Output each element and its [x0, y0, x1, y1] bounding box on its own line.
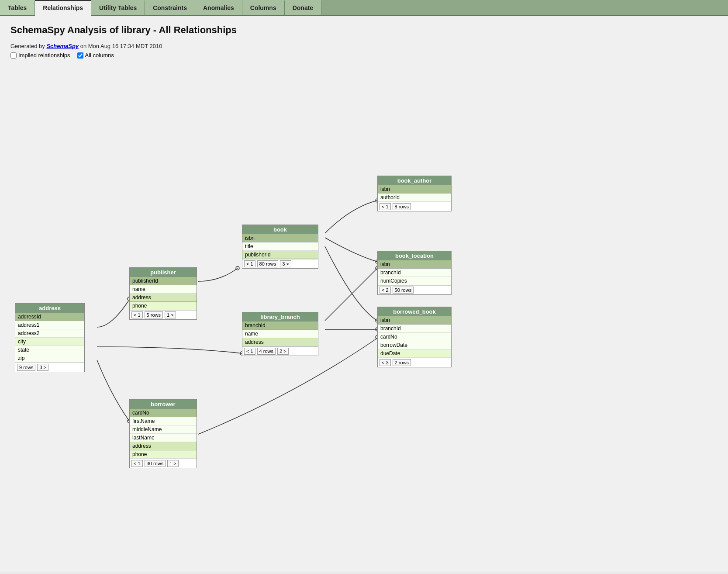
col-pub-address: address: [130, 294, 197, 302]
col-firstName: firstName: [130, 417, 197, 425]
tab-relationships[interactable]: Relationships: [35, 0, 91, 16]
table-book-header: book: [242, 225, 318, 234]
svg-point-3: [236, 266, 239, 270]
table-borrower[interactable]: borrower cardNo firstName middleName las…: [129, 399, 197, 468]
col-cardNo: cardNo: [130, 409, 197, 417]
col-ba-isbn: isbn: [378, 185, 451, 194]
table-borrowed-book[interactable]: borrowed_book isbn branchId cardNo borro…: [377, 307, 452, 367]
col-city: city: [15, 338, 84, 346]
table-library-branch[interactable]: library_branch branchId name address < 1…: [242, 312, 318, 356]
tab-bar: Tables Relationships Utility Tables Cons…: [0, 0, 728, 16]
col-address1: address1: [15, 321, 84, 329]
tab-anomalies[interactable]: Anomalies: [195, 0, 242, 15]
col-authorId: authorId: [378, 194, 451, 202]
table-borrower-footer: < 130 rows1 >: [130, 459, 197, 468]
implied-relationships-label[interactable]: Implied relationships: [10, 52, 70, 59]
col-zip: zip: [15, 354, 84, 363]
table-publisher-header: publisher: [130, 268, 197, 277]
page-title: SchemaSpy Analysis of library - All Rela…: [10, 24, 718, 36]
table-library-branch-footer: < 14 rows2 >: [242, 346, 318, 356]
table-address-footer: 9 rows3 >: [15, 363, 84, 372]
col-branchId: branchId: [242, 322, 318, 330]
col-book-publisherId: publisherId: [242, 251, 318, 259]
diagram-area: address addressId address1 address2 city…: [10, 67, 718, 513]
col-bb-isbn: isbn: [378, 316, 451, 325]
col-bb-branchId: branchId: [378, 325, 451, 333]
col-bl-isbn: isbn: [378, 260, 451, 269]
options-row: Implied relationships All columns: [10, 52, 718, 59]
col-lb-name: name: [242, 330, 318, 338]
table-book-author-footer: < 18 rows: [378, 202, 451, 211]
table-address-header: address: [15, 304, 84, 313]
col-borrowDate: borrowDate: [378, 341, 451, 349]
table-address[interactable]: address addressId address1 address2 city…: [15, 303, 85, 372]
all-columns-label[interactable]: All columns: [77, 52, 114, 59]
col-bor-phone: phone: [130, 450, 197, 459]
col-numCopies: numCopies: [378, 277, 451, 285]
col-state: state: [15, 346, 84, 354]
tab-constraints[interactable]: Constraints: [145, 0, 195, 15]
main-content: SchemaSpy Analysis of library - All Rela…: [0, 16, 728, 572]
table-book-footer: < 180 rows3 >: [242, 259, 318, 268]
table-book-author-header: book_author: [378, 176, 451, 185]
tab-donate[interactable]: Donate: [285, 0, 321, 15]
col-address2: address2: [15, 329, 84, 338]
col-lastName: lastName: [130, 434, 197, 442]
table-book-location-header: book_location: [378, 251, 451, 260]
col-book-title: title: [242, 242, 318, 251]
table-library-branch-header: library_branch: [242, 312, 318, 322]
col-pub-name: name: [130, 285, 197, 294]
table-borrowed-book-header: borrowed_book: [378, 307, 451, 316]
table-book-location[interactable]: book_location isbn branchId numCopies < …: [377, 251, 452, 295]
tab-columns[interactable]: Columns: [242, 0, 285, 15]
table-book[interactable]: book isbn title publisherId < 180 rows3 …: [242, 225, 318, 269]
table-borrowed-book-footer: < 32 rows: [378, 358, 451, 367]
table-borrower-header: borrower: [130, 400, 197, 409]
col-dueDate: dueDate: [378, 349, 451, 358]
schemaspy-link[interactable]: SchemaSpy: [46, 43, 79, 49]
tab-utility-tables[interactable]: Utility Tables: [91, 0, 145, 15]
col-bl-branchId: branchId: [378, 269, 451, 277]
col-bor-address: address: [130, 442, 197, 450]
implied-relationships-checkbox[interactable]: [10, 52, 17, 59]
all-columns-checkbox[interactable]: [77, 52, 83, 59]
col-book-isbn: isbn: [242, 234, 318, 242]
table-book-location-footer: < 250 rows: [378, 285, 451, 294]
col-lb-address: address: [242, 338, 318, 346]
col-middleName: middleName: [130, 425, 197, 434]
tab-tables[interactable]: Tables: [0, 0, 35, 15]
generated-by: Generated by SchemaSpy on Mon Aug 16 17:…: [10, 43, 718, 49]
table-publisher-footer: < 15 rows1 >: [130, 310, 197, 319]
col-addressId: addressId: [15, 313, 84, 321]
col-pub-phone: phone: [130, 302, 197, 310]
table-book-author[interactable]: book_author isbn authorId < 18 rows: [377, 176, 452, 211]
table-publisher[interactable]: publisher publisherId name address phone…: [129, 267, 197, 320]
relations-svg: [10, 67, 718, 513]
col-publisherId: publisherId: [130, 277, 197, 285]
col-bb-cardNo: cardNo: [378, 333, 451, 341]
